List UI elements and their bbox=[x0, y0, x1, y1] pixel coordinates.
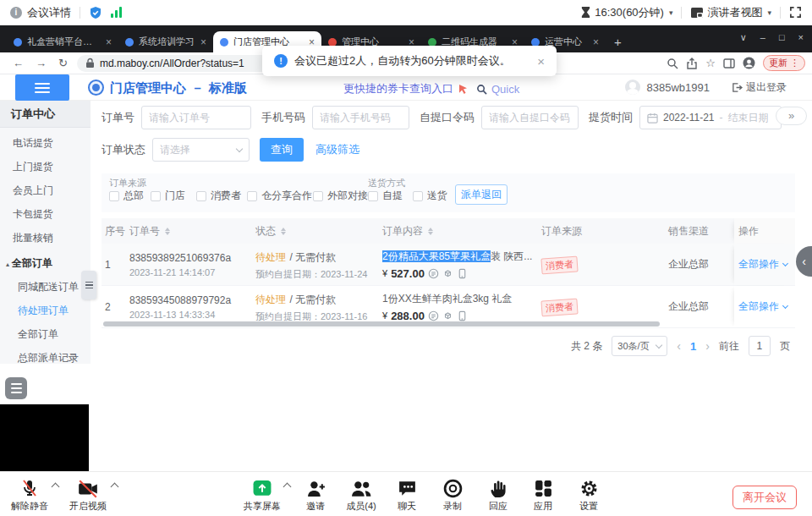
view-mode-label[interactable]: 演讲者视图 bbox=[707, 5, 762, 20]
share-screen-button[interactable]: 共享屏幕 bbox=[235, 476, 289, 513]
window-maximize-icon[interactable]: □ bbox=[779, 32, 785, 43]
back-icon[interactable]: ← bbox=[13, 57, 24, 69]
checkbox-source-consumer[interactable]: 消费者 bbox=[196, 189, 241, 203]
tab-close-icon[interactable]: × bbox=[106, 36, 112, 48]
prev-page-button[interactable]: ‹ bbox=[677, 339, 681, 353]
window-close-icon[interactable]: × bbox=[798, 32, 804, 43]
checkbox-icon[interactable] bbox=[247, 191, 257, 201]
menu-hamburger-button[interactable] bbox=[15, 74, 69, 101]
dispatch-return-button[interactable]: 派单退回 bbox=[455, 184, 508, 205]
promo-link[interactable]: 更快捷的券卡查询入口 Quick bbox=[343, 81, 519, 96]
bookmark-star-icon[interactable]: ☆ bbox=[705, 57, 716, 69]
goto-page-input[interactable] bbox=[749, 336, 771, 356]
order-status-select[interactable]: 请选择 bbox=[152, 138, 250, 162]
window-menu-icon[interactable]: ∨ bbox=[740, 32, 747, 43]
checkbox-source-store[interactable]: 门店 bbox=[151, 189, 185, 203]
leave-meeting-button[interactable]: 离开会议 bbox=[732, 486, 797, 509]
tab-close-icon[interactable]: × bbox=[593, 36, 599, 48]
all-actions-dropdown[interactable]: 全部操作 bbox=[738, 257, 787, 272]
order-number[interactable]: 83859389251069376a bbox=[129, 252, 255, 264]
sidebar-item-phone-pickup[interactable]: 电话提货 bbox=[0, 131, 91, 155]
package-icon[interactable] bbox=[442, 310, 453, 321]
checkbox-delivery-pickup[interactable]: 自提 bbox=[368, 189, 403, 203]
logout-button[interactable]: 退出登录 bbox=[732, 80, 787, 95]
pickup-code-input[interactable] bbox=[481, 106, 579, 129]
sidebar-item-pending-orders[interactable]: 待处理订单 bbox=[0, 299, 91, 322]
network-signal-icon[interactable] bbox=[111, 7, 122, 18]
sidebar-item-door-pickup[interactable]: 上门提货 bbox=[0, 155, 91, 178]
meeting-info-icon[interactable]: i bbox=[10, 7, 22, 19]
coupon-icon[interactable] bbox=[428, 268, 439, 279]
sidebar-group-all-orders[interactable]: ▴全部订单 bbox=[0, 251, 91, 275]
product-name[interactable]: 2份精品大果85苹果礼盒装 陕西... bbox=[382, 250, 536, 264]
share-icon[interactable] bbox=[686, 58, 698, 69]
sort-icon[interactable] bbox=[281, 228, 286, 235]
toast-close-icon[interactable]: × bbox=[537, 54, 545, 69]
checkbox-icon[interactable] bbox=[196, 191, 206, 201]
current-page[interactable]: 1 bbox=[690, 340, 696, 353]
floating-list-button[interactable] bbox=[5, 377, 27, 399]
horizontal-scrollbar[interactable] bbox=[103, 321, 660, 327]
sidebar-item-member-visit[interactable]: 会员上门 bbox=[0, 178, 91, 202]
end-date-placeholder[interactable]: 结束日期 bbox=[728, 111, 769, 125]
tab-close-icon[interactable]: × bbox=[200, 36, 206, 48]
page-size-select[interactable]: 30条/页 bbox=[612, 336, 667, 356]
date-range-picker[interactable]: 2022-11-21 - 结束日期 bbox=[639, 106, 782, 129]
checkbox-icon[interactable] bbox=[313, 191, 323, 201]
browser-tab-1[interactable]: 礼盒营销平台管理中心 × bbox=[7, 31, 118, 52]
settings-button[interactable]: 设置 bbox=[562, 476, 616, 513]
fullscreen-icon[interactable] bbox=[789, 6, 802, 19]
sort-icon[interactable] bbox=[428, 228, 433, 235]
checkbox-icon[interactable] bbox=[109, 191, 119, 201]
product-name[interactable]: 1份XX生鲜羊肉礼盒3kg 礼盒 bbox=[382, 292, 536, 306]
table-row[interactable]: 1 83859389251069376a 2023-11-21 14:14:07… bbox=[102, 244, 795, 286]
sidebar-item-card-pickup[interactable]: 卡包提货 bbox=[0, 202, 91, 226]
package-icon[interactable] bbox=[442, 268, 453, 279]
phone-icon[interactable] bbox=[457, 310, 468, 321]
phone-input[interactable] bbox=[312, 106, 409, 129]
order-no-input[interactable] bbox=[141, 106, 251, 129]
sidebar-item-city-delivery[interactable]: 同城配送订单 bbox=[0, 275, 91, 299]
order-number[interactable]: 83859345088979792a bbox=[129, 294, 255, 306]
start-date-value[interactable]: 2022-11-21 bbox=[663, 112, 715, 124]
chrome-update-button[interactable]: 更新 ⋮ bbox=[763, 55, 805, 71]
sidebar-item-batch-verify[interactable]: 批量核销 bbox=[0, 226, 91, 250]
checkbox-source-external[interactable]: 外部对接 bbox=[313, 189, 368, 203]
next-page-button[interactable]: › bbox=[705, 339, 710, 353]
all-actions-dropdown[interactable]: 全部操作 bbox=[738, 299, 787, 314]
quick-search-icon[interactable] bbox=[476, 84, 487, 95]
profile-avatar-icon[interactable] bbox=[743, 57, 755, 69]
checkbox-icon[interactable] bbox=[413, 191, 423, 201]
timer-caret-icon[interactable]: ▾ bbox=[669, 8, 673, 17]
new-tab-button[interactable]: + bbox=[614, 35, 622, 49]
start-video-button[interactable]: 开启视频 bbox=[61, 476, 115, 513]
checkbox-icon[interactable] bbox=[151, 191, 161, 201]
meeting-details-label[interactable]: 会议详情 bbox=[27, 5, 71, 20]
coupon-icon[interactable] bbox=[428, 310, 439, 321]
advanced-filter-link[interactable]: 高级筛选 bbox=[315, 142, 359, 157]
col-order-no[interactable]: 订单号 bbox=[129, 224, 255, 239]
filter-expand-button[interactable]: » bbox=[776, 107, 807, 125]
side-panel-icon[interactable] bbox=[723, 58, 735, 69]
sort-icon[interactable] bbox=[165, 228, 170, 235]
window-minimize-icon[interactable]: – bbox=[760, 32, 765, 43]
view-caret-icon[interactable]: ▾ bbox=[767, 8, 771, 17]
unmute-button[interactable]: 解除静音 bbox=[3, 476, 57, 513]
checkbox-delivery-deliver[interactable]: 送货 bbox=[413, 189, 447, 203]
search-button[interactable]: 查询 bbox=[260, 138, 304, 162]
col-content[interactable]: 订单内容 bbox=[382, 224, 541, 239]
sidebar-collapse-handle[interactable] bbox=[81, 271, 96, 299]
sidebar-item-all-orders[interactable]: 全部订单 bbox=[0, 322, 91, 346]
user-avatar[interactable] bbox=[625, 80, 640, 95]
checkbox-icon[interactable] bbox=[368, 191, 378, 201]
checkbox-source-hq[interactable]: 总部 bbox=[109, 189, 144, 203]
sidebar-item-hq-dispatch-log[interactable]: 总部派单记录 bbox=[0, 346, 91, 370]
checkbox-source-warehouse[interactable]: 仓分享合作 bbox=[247, 189, 312, 203]
col-status[interactable]: 状态 bbox=[255, 224, 382, 239]
browser-tab-2[interactable]: 系统培训学习 × bbox=[118, 31, 213, 52]
forward-icon[interactable]: → bbox=[36, 57, 47, 69]
zoom-icon[interactable] bbox=[667, 58, 678, 69]
quick-label[interactable]: Quick bbox=[491, 83, 519, 96]
reload-icon[interactable]: ↻ bbox=[58, 57, 68, 69]
meeting-security-shield-icon[interactable] bbox=[89, 6, 102, 19]
